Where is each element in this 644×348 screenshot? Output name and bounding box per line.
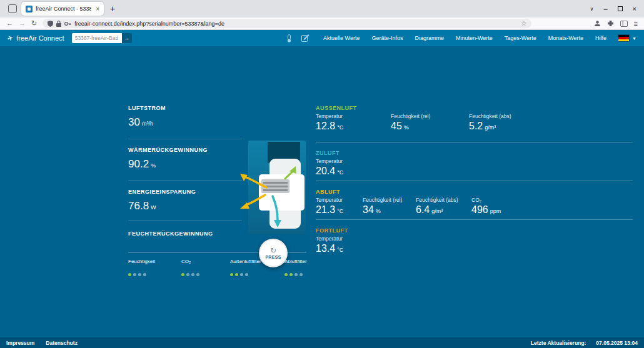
measurement-feuchtigkeit-rel: Feuchtigkeit (rel) 34% — [363, 197, 416, 216]
metric-unit: % — [151, 162, 156, 169]
footer-link-datenschutz[interactable]: Datenschutz — [46, 340, 78, 346]
indicator-label: CO₂ — [181, 259, 230, 264]
window-close-button[interactable]: × — [633, 5, 636, 12]
indicator-feuchtigkeit: Feuchtigkeit — [128, 259, 181, 279]
measurement-unit: g/m³ — [485, 124, 496, 131]
measurement-value: 6.4 — [416, 204, 430, 215]
measurement-unit: % — [404, 124, 409, 131]
divider — [128, 220, 242, 221]
metric-unit: W — [151, 204, 156, 211]
notes-icon[interactable] — [301, 34, 309, 42]
url-bar[interactable]: freeair-connect.de/index.php?serialnumbe… — [43, 19, 531, 28]
back-button[interactable]: ← — [6, 20, 13, 27]
nav-item-diagramme[interactable]: Diagramme — [415, 35, 444, 41]
window-minimize-button[interactable]: – — [603, 5, 607, 12]
fan-icon: ↻ — [270, 247, 276, 254]
nav-item-minuten-werte[interactable]: Minuten-Werte — [456, 35, 493, 41]
extensions-icon[interactable] — [607, 20, 614, 27]
measurement-label: CO₂ — [471, 197, 501, 203]
measurement-label: Feuchtigkeit (rel) — [363, 197, 416, 203]
measurement-temperatur: Temperatur 12.8°C — [316, 113, 391, 132]
forward-button[interactable]: → — [19, 20, 26, 27]
status-dots — [284, 267, 307, 279]
indicator-aussenluftfilter: Außenluftfilter — [230, 259, 284, 279]
measurement-unit: °C — [337, 124, 343, 131]
footer-link-impressum[interactable]: Impressum — [6, 340, 34, 346]
section-title: FORTLUFT — [316, 227, 633, 234]
device-go-button[interactable]: → — [122, 33, 132, 43]
measurement-value: 45 — [391, 121, 402, 131]
app-logo[interactable]: ✈ freeAir Connect — [8, 34, 64, 42]
metric-waermerueckgewinnung: WÄRMERÜCKGEWINNUNG 90.2% — [128, 147, 244, 189]
tracking-protection-icon[interactable] — [48, 21, 53, 27]
app-footer: Impressum Datenschutz Letzte Aktualisier… — [0, 337, 644, 348]
measurement-value: 20.4 — [316, 166, 335, 176]
section-zuluft: ZULUFT Temperatur 20.4°C — [316, 142, 633, 181]
nav-item-hilfe[interactable]: Hilfe — [595, 35, 606, 41]
sidebar-icon[interactable] — [620, 21, 628, 27]
metric-value: 76.8 — [128, 200, 149, 212]
chevron-down-icon: ▼ — [632, 36, 636, 41]
tab-close-icon[interactable]: × — [94, 6, 99, 12]
measurement-unit: °C — [337, 169, 343, 176]
metric-luftstrom: LUFTSTROM 30m³/h — [128, 105, 244, 147]
measurement-feuchtigkeit-rel: Feuchtigkeit (rel) 45% — [391, 113, 469, 132]
measurement-unit: % — [376, 208, 381, 214]
key-icon[interactable] — [64, 21, 71, 26]
dashboard: LUFTSTROM 30m³/h WÄRMERÜCKGEWINNUNG 90.2… — [0, 46, 644, 337]
indicator-co2: CO₂ — [181, 259, 230, 279]
section-fortluft: FORTLUFT Temperatur 13.4°C — [316, 220, 633, 259]
bookmark-star-icon[interactable]: ☆ — [521, 20, 526, 27]
measurement-label: Feuchtigkeit (abs) — [469, 113, 511, 119]
metric-label: WÄRMERÜCKGEWINNUNG — [128, 147, 244, 153]
url-text[interactable]: freeair-connect.de/index.php?serialnumbe… — [74, 21, 518, 27]
device-serial-input[interactable] — [72, 33, 122, 43]
device-status-icon[interactable] — [286, 34, 293, 42]
air-sections: AUSSENLUFT Temperatur 12.8°C Feuchtigkei… — [316, 104, 633, 259]
metric-energieeinsparung: ENERGIEEINSPARUNG 76.8W — [128, 189, 244, 231]
nav-item-monats-werte[interactable]: Monats-Werte — [548, 35, 583, 41]
indicator-label: Abluftfilter — [284, 259, 307, 264]
last-update-label: Letzte Aktualisierung: — [531, 340, 586, 346]
language-selector[interactable]: ▼ — [618, 34, 636, 42]
section-title: ZULUFT — [316, 150, 633, 156]
nav-item-tages-werte[interactable]: Tages-Werte — [505, 35, 536, 41]
measurement-label: Temperatur — [316, 197, 363, 203]
measurement-label: Feuchtigkeit (rel) — [391, 113, 469, 119]
app-header: ✈ freeAir Connect → Aktuelle Werte Gerät… — [0, 30, 644, 46]
indicator-abluftfilter: Abluftfilter — [284, 259, 307, 279]
section-title: ABLUFT — [316, 189, 633, 195]
reload-button[interactable]: ↻ — [31, 20, 37, 27]
measurement-feuchtigkeit-abs: Feuchtigkeit (abs) 6.4g/m³ — [416, 197, 471, 216]
account-icon[interactable] — [594, 20, 601, 27]
lock-icon[interactable] — [56, 21, 61, 27]
app-logo-text: freeAir Connect — [16, 34, 64, 42]
new-tab-button[interactable]: + — [110, 4, 115, 14]
metric-unit: m³/h — [142, 121, 153, 127]
nav-item-geraete-infos[interactable]: Geräte-Infos — [371, 35, 403, 41]
nav-item-aktuelle-werte[interactable]: Aktuelle Werte — [323, 35, 360, 41]
measurement-value: 496 — [471, 204, 488, 215]
menu-icon[interactable]: ≡ — [634, 20, 638, 27]
window-restore-button[interactable] — [618, 6, 623, 11]
measurement-unit: g/m³ — [431, 208, 443, 214]
german-flag-icon — [618, 34, 630, 42]
measurement-unit: ppm — [490, 208, 501, 214]
list-tabs-icon[interactable]: ∨ — [590, 6, 594, 12]
measurement-value: 34 — [363, 204, 374, 215]
metric-value: 90.2 — [128, 158, 149, 170]
divider — [128, 139, 242, 139]
section-title: AUSSENLUFT — [316, 105, 633, 111]
ventilation-unit-diagram — [235, 140, 306, 236]
measurement-co2: CO₂ 496ppm — [471, 197, 501, 216]
main-nav: Aktuelle Werte Geräte-Infos Diagramme Mi… — [323, 35, 606, 41]
measurement-label: Temperatur — [316, 236, 343, 242]
tab-title: freeAir Connect - 53387 — [36, 6, 91, 12]
last-update-value: 07.05.2025 13:04 — [596, 340, 638, 346]
tab-favicon-icon — [26, 6, 33, 12]
browser-tab[interactable]: freeAir Connect - 53387 × — [21, 2, 104, 16]
device-selector: → — [72, 33, 132, 43]
section-aussenluft: AUSSENLUFT Temperatur 12.8°C Feuchtigkei… — [316, 104, 633, 142]
firefox-view-icon[interactable] — [8, 4, 17, 13]
measurement-unit: °C — [337, 208, 343, 214]
